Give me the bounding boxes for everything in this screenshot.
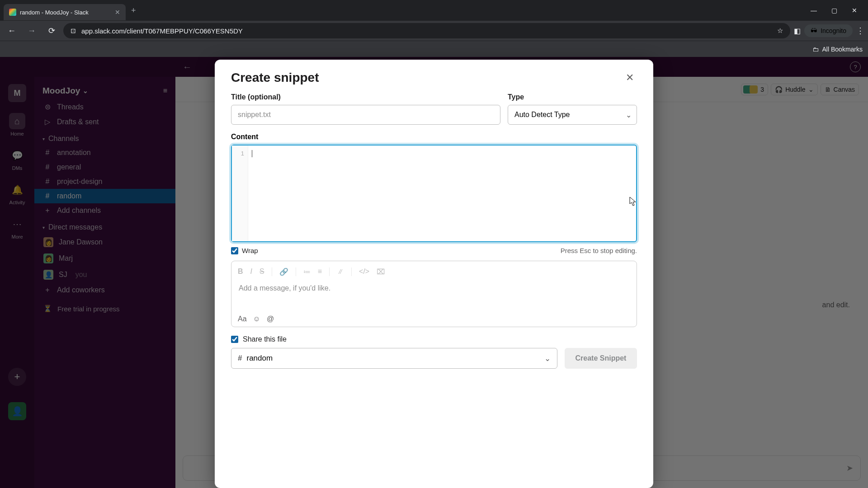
minimize-icon[interactable]: —	[811, 7, 817, 14]
type-field-label: Type	[508, 93, 637, 101]
message-input[interactable]: Add a message, if you'd like.	[238, 280, 630, 312]
reload-button[interactable]: ⟳	[43, 23, 60, 39]
slack-app: ← ? M ⌂ Home 💬 DMs 🔔 Activity ⋯ More + 👤	[0, 57, 868, 488]
window-controls: — ▢ ✕	[811, 7, 868, 14]
maximize-icon[interactable]: ▢	[831, 7, 837, 14]
title-field-label: Title (optional)	[231, 93, 500, 101]
bulleted-list-icon[interactable]: ≡	[318, 267, 322, 276]
line-gutter: 1	[232, 145, 248, 241]
strikethrough-icon[interactable]: S	[259, 267, 264, 276]
site-info-icon[interactable]: ⊡	[71, 27, 76, 34]
message-box: B I S 🔗 ≔ ≡ ⫽ </> ⌧ Add a message, if yo…	[231, 261, 637, 327]
code-body[interactable]	[248, 145, 636, 241]
code-icon[interactable]: </>	[359, 267, 369, 276]
esc-hint: Press Esc to stop editing.	[561, 247, 637, 254]
message-toolbar: B I S 🔗 ≔ ≡ ⫽ </> ⌧	[238, 266, 630, 280]
wrap-checkbox[interactable]: Wrap	[231, 247, 258, 254]
blockquote-icon[interactable]: ⫽	[337, 267, 344, 276]
browser-tab-strip: random - MoodJoy - Slack ✕ + — ▢ ✕	[0, 0, 868, 21]
share-file-checkbox[interactable]: Share this file	[231, 335, 637, 343]
bold-icon[interactable]: B	[238, 267, 243, 276]
tab-title: random - MoodJoy - Slack	[20, 9, 111, 16]
mouse-cursor	[629, 197, 637, 206]
create-snippet-button[interactable]: Create Snippet	[565, 348, 637, 369]
address-bar[interactable]: ⊡ app.slack.com/client/T067MEBPPUY/C066Y…	[63, 23, 790, 38]
hash-icon: #	[238, 354, 242, 363]
share-channel-select[interactable]: # random ⌄	[231, 348, 557, 369]
chevron-down-icon: ⌄	[544, 354, 551, 363]
back-button[interactable]: ←	[4, 23, 20, 39]
create-snippet-modal: Create snippet ✕ Title (optional) Type ⌄…	[215, 60, 653, 488]
wrap-checkbox-input[interactable]	[231, 247, 238, 254]
folder-icon: 🗀	[812, 46, 819, 53]
incognito-indicator[interactable]: 🕶 Incognito	[804, 24, 853, 37]
modal-backdrop: Create snippet ✕ Title (optional) Type ⌄…	[0, 57, 868, 488]
emoji-icon[interactable]: ☺	[253, 315, 260, 323]
type-select[interactable]	[508, 105, 637, 125]
close-tab-icon[interactable]: ✕	[115, 9, 120, 16]
close-modal-button[interactable]: ✕	[623, 70, 637, 85]
forward-button[interactable]: →	[24, 23, 40, 39]
browser-menu-icon[interactable]: ⋮	[856, 26, 864, 36]
incognito-icon: 🕶	[811, 27, 817, 34]
side-panel-icon[interactable]: ◧	[794, 27, 801, 35]
text-cursor	[252, 150, 252, 157]
italic-icon[interactable]: I	[250, 267, 252, 276]
close-window-icon[interactable]: ✕	[852, 7, 857, 14]
formatting-icon[interactable]: Aa	[238, 315, 247, 323]
new-tab-button[interactable]: +	[131, 6, 136, 15]
bookmarks-bar: 🗀 All Bookmarks	[0, 41, 868, 57]
content-label: Content	[231, 133, 637, 141]
mention-icon[interactable]: @	[267, 315, 274, 323]
share-file-checkbox-input[interactable]	[231, 336, 238, 343]
title-input[interactable]	[231, 105, 500, 125]
link-icon[interactable]: 🔗	[279, 267, 288, 276]
browser-toolbar: ← → ⟳ ⊡ app.slack.com/client/T067MEBPPUY…	[0, 21, 868, 41]
bookmark-star-icon[interactable]: ☆	[777, 27, 783, 35]
code-block-icon[interactable]: ⌧	[377, 267, 385, 276]
ordered-list-icon[interactable]: ≔	[303, 267, 311, 276]
snippet-content-editor[interactable]: 1	[231, 145, 637, 242]
slack-favicon	[9, 9, 16, 16]
browser-tab[interactable]: random - MoodJoy - Slack ✕	[4, 4, 126, 20]
url-text: app.slack.com/client/T067MEBPPUY/C066YES…	[81, 27, 243, 35]
all-bookmarks-button[interactable]: All Bookmarks	[822, 46, 863, 53]
modal-title: Create snippet	[231, 70, 319, 85]
